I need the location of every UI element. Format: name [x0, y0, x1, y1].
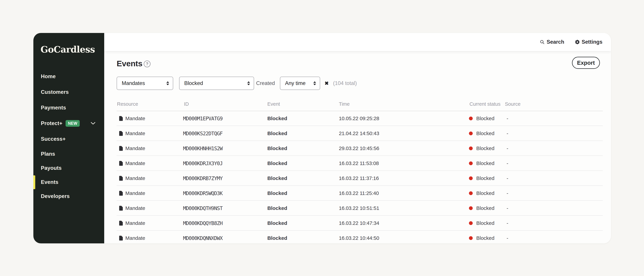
- document-icon: [119, 236, 123, 241]
- event-filter-select[interactable]: Blocked: [179, 77, 254, 90]
- sidebar-item-home[interactable]: Home: [33, 73, 104, 80]
- status-cell: Blocked: [476, 190, 494, 196]
- status-dot-icon: [469, 221, 473, 225]
- event-cell: Blocked: [267, 116, 287, 121]
- source-cell: -: [506, 145, 508, 151]
- id-cell: MD000KDQTH9NST: [183, 205, 222, 211]
- table-row[interactable]: Mandate MD000KDRB7ZYMY Blocked 16.03.22 …: [33, 171, 611, 186]
- sidebar-item-label: Customers: [41, 89, 69, 95]
- resource-filter-value: Mandates: [122, 80, 145, 86]
- search-button[interactable]: Search: [540, 39, 564, 45]
- document-icon: [119, 116, 123, 121]
- document-icon: [119, 131, 123, 136]
- id-cell: MD000KDQQYB8ZH: [183, 220, 222, 226]
- id-cell: MD000KDRJX3Y0J: [183, 160, 222, 166]
- id-cell: MD000KDR5WQD3K: [183, 190, 222, 196]
- status-dot-icon: [469, 146, 473, 150]
- document-icon: [119, 221, 123, 226]
- source-cell: -: [506, 131, 508, 136]
- table-row[interactable]: Mandate MD000KDR5WQD3K Blocked 16.03.22 …: [33, 186, 611, 201]
- export-button[interactable]: Export: [572, 57, 600, 69]
- table-row[interactable]: Mandate MD000KDQTH9NST Blocked 16.03.22 …: [33, 201, 611, 216]
- source-cell: -: [506, 116, 508, 121]
- status-dot-icon: [469, 206, 473, 210]
- document-icon: [119, 191, 123, 196]
- status-cell: Blocked: [476, 131, 494, 136]
- resource-cell: Mandate: [125, 160, 145, 166]
- topbar: Search Settings: [104, 33, 611, 51]
- source-cell: -: [506, 175, 508, 181]
- created-label: Created: [256, 80, 275, 86]
- table-row[interactable]: Mandate MD000KDRJX3Y0J Blocked 16.03.22 …: [33, 156, 611, 171]
- resource-cell: Mandate: [125, 145, 145, 151]
- status-dot-icon: [469, 236, 473, 240]
- table-row[interactable]: Mandate MD000KDQNNXDWX Blocked 16.03.22 …: [33, 231, 611, 243]
- time-cell: 16.03.22 11:53:08: [339, 160, 379, 166]
- select-arrows-icon: [166, 81, 169, 85]
- settings-button[interactable]: Settings: [575, 39, 602, 45]
- document-icon: [119, 146, 123, 151]
- event-cell: Blocked: [267, 235, 287, 241]
- source-cell: -: [506, 205, 508, 211]
- time-cell: 16.03.22 11:37:16: [339, 175, 379, 181]
- sidebar-item-label: Payments: [41, 105, 66, 111]
- event-cell: Blocked: [267, 220, 287, 226]
- resource-cell: Mandate: [125, 116, 145, 121]
- status-dot-icon: [469, 132, 473, 135]
- resource-filter-select[interactable]: Mandates: [117, 77, 173, 90]
- status-cell: Blocked: [476, 205, 494, 211]
- sidebar-item-customers[interactable]: Customers: [33, 88, 104, 96]
- search-icon: [540, 39, 545, 44]
- status-cell: Blocked: [476, 145, 494, 151]
- settings-label: Settings: [582, 39, 602, 45]
- total-count: (104 total): [333, 80, 357, 86]
- resource-cell: Mandate: [125, 131, 145, 136]
- select-arrows-icon: [313, 81, 316, 85]
- event-cell: Blocked: [267, 160, 287, 166]
- id-cell: MD000KDQNNXDWX: [183, 235, 222, 241]
- time-cell: 16.03.22 10:47:34: [339, 220, 379, 226]
- created-filter-value: Any time: [285, 80, 306, 86]
- sidebar-item-payments[interactable]: Payments: [33, 104, 104, 112]
- status-dot-icon: [469, 191, 473, 195]
- column-header-id: ID: [184, 101, 189, 107]
- source-cell: -: [506, 235, 508, 241]
- source-cell: -: [506, 190, 508, 196]
- resource-cell: Mandate: [125, 205, 145, 211]
- status-dot-icon: [469, 117, 473, 120]
- status-cell: Blocked: [476, 235, 494, 241]
- document-icon: [119, 161, 123, 166]
- column-header-current-status: Current status: [470, 101, 500, 107]
- id-cell: MD000M1EPVATG9: [183, 116, 222, 122]
- source-cell: -: [506, 160, 508, 166]
- table-row[interactable]: Mandate MD000KHNHH1S2W Blocked 29.03.22 …: [33, 141, 611, 156]
- document-icon: [119, 176, 123, 181]
- help-glyph: ?: [146, 62, 148, 66]
- status-cell: Blocked: [476, 175, 494, 181]
- resource-cell: Mandate: [125, 220, 145, 226]
- table-row[interactable]: Mandate MD000M1EPVATG9 Blocked 10.05.22 …: [33, 111, 611, 126]
- id-cell: MD000KS22DTQGF: [183, 131, 222, 137]
- app-window: GoCardless Home Customers Payments Prote…: [33, 33, 611, 243]
- column-header-resource: Resource: [117, 101, 138, 107]
- event-cell: Blocked: [267, 145, 287, 151]
- table-row[interactable]: Mandate MD000KS22DTQGF Blocked 21.04.22 …: [33, 126, 611, 141]
- event-cell: Blocked: [267, 205, 287, 211]
- time-cell: 21.04.22 14:50:43: [339, 131, 379, 136]
- table-header-divider: [117, 111, 603, 111]
- table-row[interactable]: Mandate MD000KDQQYB8ZH Blocked 16.03.22 …: [33, 216, 611, 231]
- id-cell: MD000KDRB7ZYMY: [183, 175, 222, 181]
- select-arrows-icon: [247, 81, 250, 85]
- resource-cell: Mandate: [125, 175, 145, 181]
- time-cell: 10.05.22 09:25:28: [339, 116, 379, 121]
- event-filter-value: Blocked: [184, 80, 203, 86]
- clear-filter-icon[interactable]: ✖: [324, 80, 329, 86]
- search-label: Search: [546, 39, 564, 45]
- event-cell: Blocked: [267, 175, 287, 181]
- id-cell: MD000KHNHH1S2W: [183, 145, 222, 151]
- event-cell: Blocked: [267, 190, 287, 196]
- time-cell: 16.03.22 11:25:40: [339, 190, 379, 196]
- source-cell: -: [506, 220, 508, 226]
- created-filter-select[interactable]: Any time: [280, 77, 320, 90]
- help-icon[interactable]: ?: [144, 60, 150, 67]
